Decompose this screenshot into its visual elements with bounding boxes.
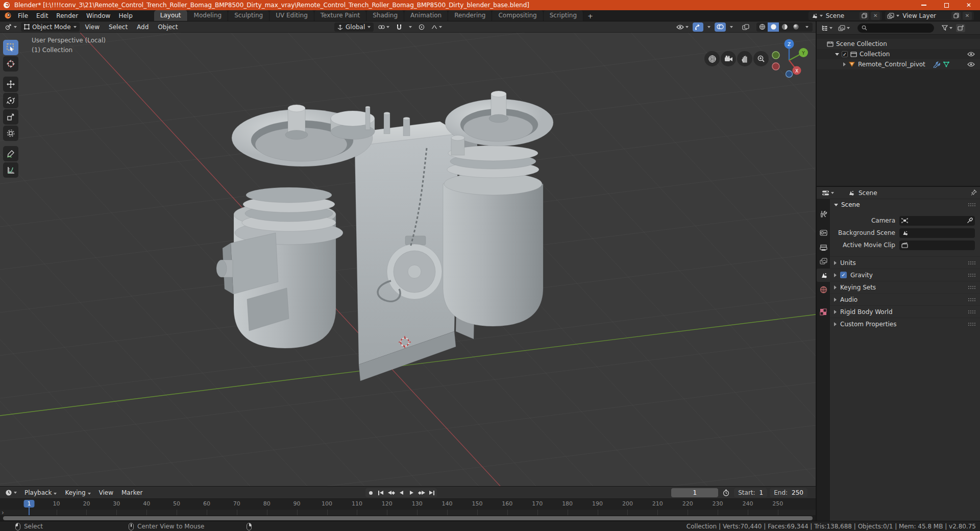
tab-scripting[interactable]: Scripting [544, 10, 583, 21]
outliner-filter-dropdown[interactable] [940, 23, 954, 33]
previous-keyframe-button[interactable] [386, 488, 396, 497]
shading-wireframe-button[interactable] [756, 22, 768, 32]
auto-keyframe-button[interactable] [365, 488, 376, 497]
snap-dropdown[interactable] [407, 22, 414, 32]
expand-collapse-icon[interactable] [835, 53, 839, 56]
gizmo-neg-y-axis[interactable] [772, 52, 779, 59]
camera-field[interactable] [899, 216, 975, 226]
menu-window[interactable]: Window [82, 11, 114, 20]
viewport-menu-object[interactable]: Object [154, 22, 181, 32]
maximize-button[interactable] [935, 0, 958, 10]
active-movie-clip-field[interactable] [899, 240, 975, 250]
gizmo-dropdown[interactable] [705, 22, 713, 32]
tab-layout[interactable]: Layout [154, 10, 188, 21]
tool-move[interactable] [3, 77, 18, 92]
tab-compositing[interactable]: Compositing [492, 10, 543, 21]
snap-toggle[interactable] [394, 22, 404, 32]
tool-rotate[interactable] [3, 93, 18, 108]
tab-render[interactable] [817, 226, 830, 239]
section-units[interactable]: Units [830, 256, 980, 269]
tool-cursor[interactable] [3, 56, 18, 71]
jump-to-end-button[interactable] [427, 488, 437, 497]
hide-in-viewport-eye-icon[interactable] [967, 62, 975, 67]
tab-uv-editing[interactable]: UV Editing [270, 10, 314, 21]
pivot-point-dropdown[interactable] [376, 22, 391, 32]
tab-view-layer[interactable] [817, 254, 830, 268]
tab-texture-paint[interactable]: Texture Paint [314, 10, 366, 21]
zoom-view-button[interactable] [753, 51, 769, 66]
properties-editor-type[interactable] [820, 188, 836, 198]
proportional-falloff-dropdown[interactable] [429, 22, 444, 32]
viewport-menu-view[interactable]: View [82, 22, 103, 32]
timeline-menu-view[interactable]: View [95, 488, 117, 497]
tab-world[interactable] [817, 283, 830, 296]
use-preview-range-button[interactable] [721, 488, 731, 497]
outliner-row-scene-collection[interactable]: Scene Collection [817, 39, 980, 49]
unlink-scene-button[interactable]: ✕ [871, 12, 880, 20]
object-visibility-dropdown[interactable] [674, 22, 691, 32]
shading-solid-button[interactable] [768, 22, 779, 32]
next-keyframe-button[interactable] [416, 488, 427, 497]
view-layer-selector[interactable]: View Layer ✕ [885, 11, 974, 20]
remove-view-layer-button[interactable]: ✕ [963, 12, 972, 20]
navigation-gizmo[interactable]: Z Y X [770, 37, 808, 78]
shading-material-button[interactable] [779, 22, 790, 32]
tab-tool[interactable] [817, 207, 830, 221]
menu-render[interactable]: Render [52, 11, 82, 20]
mode-dropdown[interactable]: Object Mode [21, 22, 80, 32]
new-collection-button[interactable] [956, 24, 965, 32]
outliner-display-mode[interactable] [836, 23, 852, 33]
editor-type-selector[interactable] [3, 22, 19, 32]
tab-rendering[interactable]: Rendering [448, 10, 492, 21]
eyedropper-icon[interactable] [967, 218, 973, 224]
section-gravity[interactable]: ✓ Gravity [830, 269, 980, 281]
playhead[interactable] [29, 507, 30, 515]
shading-dropdown[interactable] [801, 22, 813, 32]
tool-measure[interactable] [3, 162, 18, 178]
outliner-row-collection[interactable]: ✓ Collection [817, 49, 980, 59]
scene-selector[interactable]: Scene ✕ [808, 11, 883, 20]
timeline-menu-marker[interactable]: Marker [118, 488, 146, 497]
blender-menu-icon[interactable] [4, 12, 12, 19]
tool-select-box[interactable] [3, 40, 18, 55]
pin-icon[interactable] [971, 189, 977, 196]
viewport-menu-add[interactable]: Add [133, 22, 152, 32]
expand-collapse-icon[interactable] [843, 62, 846, 66]
timeline-scrollbar-thumb[interactable] [3, 516, 813, 520]
add-workspace-button[interactable]: + [583, 11, 597, 21]
3d-model[interactable] [216, 91, 553, 381]
overlays-dropdown[interactable] [728, 22, 735, 32]
outliner-editor-type[interactable] [819, 23, 835, 33]
tab-output[interactable] [817, 241, 830, 254]
transform-orientation-dropdown[interactable]: Global [334, 22, 374, 32]
section-keying-sets[interactable]: Keying Sets [830, 281, 980, 293]
menu-help[interactable]: Help [114, 11, 136, 20]
gizmo-neg-z-axis[interactable] [786, 71, 793, 78]
collection-checkbox[interactable]: ✓ [842, 51, 848, 57]
section-audio[interactable]: Audio [830, 293, 980, 305]
close-button[interactable]: ✕ [958, 0, 980, 10]
background-scene-field[interactable] [899, 228, 975, 238]
play-reverse-button[interactable] [396, 488, 406, 497]
jump-to-start-button[interactable] [376, 488, 386, 497]
viewport-3d[interactable]: User Perspective (Local) (1) Collection [0, 33, 816, 486]
tool-transform[interactable] [3, 126, 18, 141]
current-frame-field[interactable]: 1 [671, 488, 718, 497]
section-custom-properties[interactable]: Custom Properties [830, 318, 980, 330]
timeline-track-band[interactable] [0, 510, 816, 515]
tab-animation[interactable]: Animation [404, 10, 448, 21]
tab-modeling[interactable]: Modeling [188, 10, 229, 21]
timeline-ruler[interactable]: 1 10203040506070809010011012013014015016… [0, 499, 816, 510]
minimize-button[interactable] [913, 0, 935, 10]
scene-panel-header[interactable]: Scene [830, 199, 980, 210]
viewport-menu-select[interactable]: Select [105, 22, 131, 32]
tab-shading[interactable]: Shading [366, 10, 404, 21]
outliner-row-remote-control-pivot[interactable]: Remote_Control_pivot [817, 59, 980, 69]
end-frame-field[interactable]: End:250 [770, 488, 807, 497]
timeline-menu-playback[interactable]: Playback [21, 488, 60, 497]
current-frame-badge[interactable]: 1 [24, 500, 35, 508]
proportional-editing-toggle[interactable] [416, 22, 427, 32]
tab-sculpting[interactable]: Sculpting [228, 10, 270, 21]
tool-scale[interactable] [3, 109, 18, 125]
toggle-projection-button[interactable] [704, 51, 720, 66]
